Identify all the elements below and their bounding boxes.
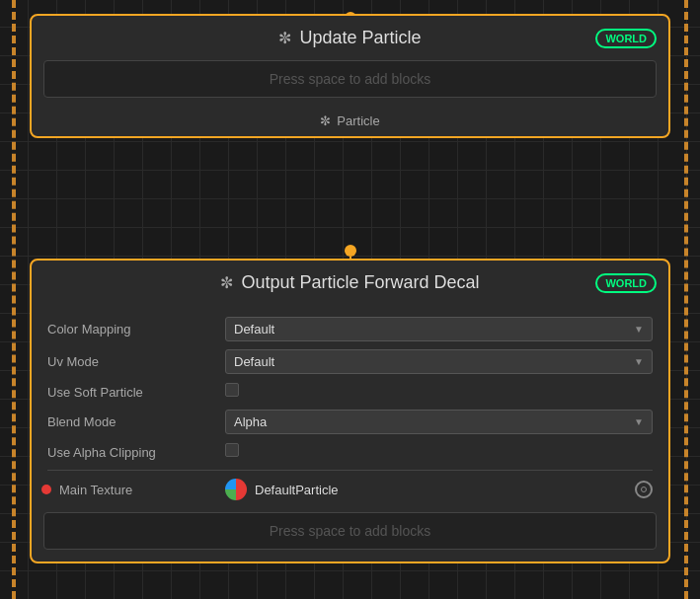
target-icon[interactable]	[635, 481, 653, 498]
blend-mode-row: Blend Mode Alpha ▼	[47, 406, 653, 438]
use-alpha-clipping-label: Use Alpha Clipping	[47, 445, 225, 460]
color-mapping-label: Color Mapping	[47, 322, 225, 337]
color-mapping-row: Color Mapping Default ▼	[47, 313, 653, 345]
use-soft-particle-label: Use Soft Particle	[47, 385, 225, 400]
texture-icon	[225, 479, 247, 500]
use-soft-particle-checkbox[interactable]	[225, 383, 239, 397]
use-soft-particle-value	[225, 383, 653, 401]
blend-mode-select[interactable]: Alpha ▼	[225, 410, 653, 434]
update-particle-press-space[interactable]: Press space to add blocks	[43, 60, 657, 98]
output-particle-title: Output Particle Forward Decal	[241, 272, 479, 293]
uv-mode-value[interactable]: Default ▼	[225, 349, 653, 374]
update-particle-label: ✼ Particle	[32, 110, 668, 136]
update-particle-card: ✼ Update Particle WORLD Press space to a…	[30, 14, 670, 138]
blend-mode-label: Blend Mode	[47, 414, 225, 429]
particle-icon-label: ✼	[320, 113, 331, 128]
output-particle-props: Color Mapping Default ▼ Uv Mode Default …	[32, 305, 668, 512]
output-particle-icon: ✼	[220, 273, 233, 292]
texture-row: DefaultParticle	[225, 479, 653, 500]
texture-name: DefaultParticle	[255, 483, 627, 497]
color-mapping-value[interactable]: Default ▼	[225, 317, 653, 341]
main-texture-value: DefaultParticle	[225, 479, 653, 500]
output-particle-card: ✼ Output Particle Forward Decal WORLD Co…	[30, 259, 670, 563]
uv-mode-select[interactable]: Default ▼	[225, 349, 653, 374]
right-sidebar-bar	[684, 0, 688, 599]
main-texture-label-wrapper: Main Texture	[47, 483, 225, 497]
use-alpha-clipping-checkbox[interactable]	[225, 443, 239, 457]
left-sidebar-bar	[12, 0, 16, 599]
output-particle-header: ✼ Output Particle Forward Decal WORLD	[32, 261, 668, 305]
uv-mode-row: Uv Mode Default ▼	[47, 345, 653, 378]
main-texture-label: Main Texture	[59, 483, 132, 497]
use-soft-particle-row: Use Soft Particle	[47, 378, 653, 406]
output-particle-press-space[interactable]: Press space to add blocks	[43, 512, 657, 550]
update-particle-header: ✼ Update Particle WORLD	[32, 16, 668, 60]
use-alpha-clipping-row: Use Alpha Clipping	[47, 438, 653, 466]
main-texture-row: Main Texture DefaultParticle	[47, 475, 653, 504]
blend-mode-value[interactable]: Alpha ▼	[225, 410, 653, 434]
mid-connector-dot-top	[345, 245, 356, 257]
use-alpha-clipping-value	[225, 443, 653, 461]
main-container: ✼ Update Particle WORLD Press space to a…	[30, 0, 670, 599]
main-texture-dot	[41, 485, 51, 494]
output-particle-world-badge: WORLD	[595, 273, 657, 293]
update-particle-world-badge: WORLD	[595, 29, 657, 48]
update-particle-icon: ✼	[278, 29, 291, 47]
update-particle-title: Update Particle	[299, 28, 421, 48]
color-mapping-select[interactable]: Default ▼	[225, 317, 653, 341]
uv-mode-arrow: ▼	[634, 356, 644, 367]
blend-mode-arrow: ▼	[634, 416, 644, 427]
divider	[47, 470, 653, 471]
color-mapping-arrow: ▼	[634, 324, 644, 335]
uv-mode-label: Uv Mode	[47, 354, 225, 369]
target-inner	[641, 487, 647, 492]
